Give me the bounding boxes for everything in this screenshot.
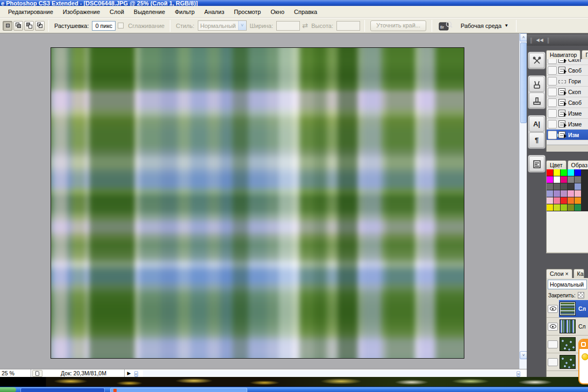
width-input[interactable] [276,21,300,31]
scroll-up-button[interactable]: ˄ [520,33,527,41]
color-swatch[interactable] [547,176,553,183]
start-button[interactable] [0,387,16,392]
notes-panel-button[interactable] [529,156,544,172]
color-swatch[interactable] [568,169,574,176]
history-item[interactable]: Скоп [547,59,588,65]
color-swatch[interactable] [568,176,574,183]
tab-histogram[interactable]: Ги [582,50,588,59]
color-swatch[interactable] [568,197,574,204]
tab-swatches[interactable]: Образ [568,160,588,169]
taskbar-button[interactable] [110,388,247,392]
tab-channels[interactable]: Кан [573,269,584,278]
clone-source-panel-button[interactable] [529,92,544,108]
color-swatch[interactable] [554,190,560,197]
visibility-toggle[interactable] [548,323,558,331]
selection-mode-subtract-button[interactable] [24,21,34,31]
layer-thumbnail[interactable] [560,302,576,316]
layer-thumbnail[interactable] [560,337,576,351]
refine-edge-button[interactable]: Уточнить край... [370,20,426,31]
history-item[interactable]: ▶Изм [547,130,588,140]
color-swatch[interactable] [547,197,553,204]
selection-mode-new-button[interactable] [3,21,12,31]
color-swatch[interactable] [575,183,581,190]
menu-item[interactable]: Просмотр [229,7,266,17]
collapse-panels-icon[interactable]: ◀◀ [536,38,543,42]
menu-item[interactable]: Фильтр [170,7,199,17]
menu-item[interactable]: Окно [266,7,289,17]
menu-item[interactable]: Справка [289,7,322,17]
history-brush-well[interactable] [548,98,557,107]
color-swatch[interactable] [575,197,581,204]
color-swatch[interactable] [554,183,560,190]
history-brush-well[interactable] [548,77,557,85]
history-brush-well[interactable] [548,131,557,139]
color-swatch[interactable] [547,204,553,211]
tab-color[interactable]: Цвет [546,160,567,169]
menu-item[interactable]: Изображение [58,7,105,17]
history-item[interactable]: Своб [547,97,588,108]
color-swatch[interactable] [547,190,553,197]
history-item[interactable]: Гори [547,76,588,87]
history-item[interactable]: Изме [547,108,588,119]
color-swatch[interactable] [575,176,581,183]
feather-input[interactable] [92,21,116,31]
history-item[interactable]: Изме [547,119,588,130]
color-swatch[interactable] [561,183,567,190]
history-brush-well[interactable] [548,120,557,129]
color-swatch[interactable] [575,190,581,197]
history-brush-well[interactable] [548,88,557,96]
color-swatch[interactable] [561,169,567,176]
color-swatch[interactable] [575,169,581,176]
menu-item[interactable]: Выделение [129,7,170,17]
dock-header[interactable]: ║ ◀◀ ║ [527,34,588,46]
color-swatch[interactable] [547,183,553,190]
history-brush-well[interactable] [548,109,557,118]
window-titlebar[interactable]: e Photoshop CS3 Extended - [DSC06448.JPG… [0,0,588,6]
antialias-checkbox[interactable] [118,23,124,28]
color-swatch[interactable] [575,204,581,211]
history-brush-well[interactable] [548,66,557,75]
bridge-icon[interactable]: Br [439,20,453,31]
layer-row[interactable]: Сл [547,318,588,336]
color-swatch[interactable] [568,204,574,211]
zoom-level-field[interactable]: 25 % [0,369,31,377]
vertical-scroll-thumb[interactable] [520,42,527,123]
history-item[interactable]: Своб [547,65,588,76]
color-swatch[interactable] [554,204,560,211]
color-swatch[interactable] [554,197,560,204]
canvas[interactable] [51,47,464,359]
menu-item[interactable]: Редактирование [3,7,58,17]
history-item[interactable]: Скоп [547,87,588,97]
color-swatch[interactable] [568,190,574,197]
selection-mode-add-button[interactable] [13,21,23,31]
paragraph-panel-button[interactable]: ¶ [529,132,544,148]
visibility-toggle[interactable] [548,340,558,348]
color-swatch[interactable] [568,183,574,190]
scroll-down-button[interactable]: ˅ [520,351,527,359]
status-menu-arrow[interactable]: ▶ [125,369,133,377]
menu-item[interactable]: Слой [105,7,129,17]
layer-thumbnail[interactable] [560,319,576,333]
style-dropdown[interactable]: Нормальный ˅ [198,20,247,31]
visibility-toggle[interactable] [548,305,558,313]
notification-popup[interactable] [578,339,588,384]
horizontal-scrollbar[interactable] [143,370,516,377]
color-swatch[interactable] [547,169,553,176]
color-swatch[interactable] [554,169,560,176]
layer-thumbnail[interactable] [560,355,576,369]
color-swatch[interactable] [561,197,567,204]
workspace-dropdown[interactable]: Рабочая среда ▼ [461,23,508,29]
color-swatch[interactable] [561,176,567,183]
lock-transparency-icon[interactable] [578,292,584,298]
taskbar-button-active[interactable] [20,388,105,392]
color-swatch[interactable] [554,176,560,183]
height-input[interactable] [336,21,360,31]
character-panel-button[interactable]: A| [529,116,544,132]
swap-dimensions-icon[interactable]: ⇄ [302,22,308,30]
history-brush-well[interactable] [548,59,557,64]
scroll-right-button[interactable]: > [517,371,520,377]
blend-mode-dropdown[interactable]: Нормальный [548,280,587,289]
menu-item[interactable]: Анализ [199,7,229,17]
chevron-down-icon[interactable]: ˅ [238,21,246,30]
selection-mode-intersect-button[interactable] [35,21,45,31]
